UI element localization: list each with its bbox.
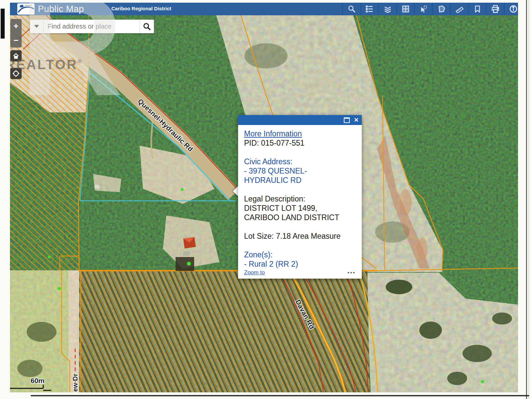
building-dark: [176, 257, 194, 271]
lot-size-value: Lot Size: 7.18 Area Measure: [244, 231, 356, 241]
more-options-button[interactable]: •••: [347, 269, 356, 276]
map-point-marker[interactable]: [181, 188, 184, 191]
tree-clump: [386, 280, 412, 294]
home-extent-button[interactable]: [10, 50, 22, 62]
light-patch: [301, 76, 337, 95]
tree-clump: [17, 360, 43, 377]
zones-label: Zone(s):: [244, 250, 356, 259]
toolbar-info-button[interactable]: [504, 3, 518, 15]
rust-patch: [417, 237, 428, 260]
legal-description-line2: CARIBOO LAND DISTRICT: [244, 213, 356, 222]
info-icon: [509, 5, 518, 13]
feature-info-popup: ✕ More Information PID: 015-077-551 Civi…: [238, 115, 362, 279]
measure-icon: [456, 5, 464, 13]
zoom-in-button[interactable]: +: [10, 19, 22, 33]
zoom-control: + −: [10, 19, 22, 48]
scan-artifact: [1, 9, 5, 39]
app-subtitle: Cariboo Regional District: [111, 3, 171, 15]
tree-clump: [492, 313, 512, 325]
pid-value: PID: 015-077-551: [244, 138, 356, 148]
app-header: Public Map Cariboo Regional District: [10, 3, 518, 15]
civic-address-line2: HYDRAULIC RD: [244, 176, 356, 185]
draw-shape-icon: [438, 5, 446, 13]
crd-logo: [17, 3, 35, 15]
select-cursor-icon: [420, 5, 428, 13]
locate-me-button[interactable]: [10, 68, 22, 79]
search-input[interactable]: [44, 20, 140, 33]
search-icon: [143, 23, 151, 31]
popup-body: More Information PID: 015-077-551 Civic …: [238, 125, 362, 279]
app-title: Public Map: [38, 3, 84, 15]
home-icon: [13, 53, 19, 59]
map-point-marker[interactable]: [48, 256, 51, 258]
scan-edge-line-2: [529, 0, 529, 399]
zone-value: - Rural 2 (RR 2): [244, 259, 356, 269]
toolbar-basemap-button[interactable]: [396, 3, 414, 15]
tree-clump: [447, 372, 467, 385]
scan-edge-line: [526, 0, 527, 399]
building: [183, 251, 190, 256]
toolbar-select-button[interactable]: [414, 3, 432, 15]
tree-clump: [27, 322, 57, 342]
zoom-out-button[interactable]: −: [10, 33, 22, 48]
search-bar: [30, 20, 154, 33]
tree-clump: [463, 345, 492, 362]
toolbar-search-button[interactable]: [342, 3, 360, 15]
maximize-icon[interactable]: [344, 117, 350, 123]
search-submit-button[interactable]: [140, 20, 154, 33]
legal-description-label: Legal Description:: [244, 194, 356, 203]
rust-patch: [400, 189, 412, 215]
toolbar-measure-button[interactable]: [450, 3, 468, 15]
toolbar: [342, 3, 518, 15]
bookmark-icon: [473, 5, 481, 13]
scan-bottom-line: [31, 395, 529, 396]
legend-list-icon: [366, 5, 374, 13]
map-point-marker[interactable]: [481, 380, 484, 383]
more-information-link[interactable]: More Information: [244, 129, 356, 138]
toolbar-layers-button[interactable]: [378, 3, 396, 15]
tree-clump: [419, 322, 442, 339]
search-icon: [348, 5, 356, 13]
toolbar-bookmark-button[interactable]: [468, 3, 486, 15]
map-point-marker[interactable]: [187, 262, 191, 266]
toolbar-legend-button[interactable]: [360, 3, 378, 15]
scalebar-label: 60m: [31, 377, 45, 384]
toolbar-draw-button[interactable]: [432, 3, 450, 15]
search-source-dropdown[interactable]: [30, 20, 44, 33]
legal-description-line1: DISTRICT LOT 1499,: [244, 203, 356, 213]
civic-address-label: Civic Address:: [244, 157, 356, 166]
civic-address-line1: - 3978 QUESNEL-: [244, 166, 356, 176]
road-label-ewdr: ew Dr: [71, 373, 79, 392]
map-viewport[interactable]: Quesnel-Hydraulic Rd Davan Rd ew Dr 60m: [10, 3, 518, 392]
zoom-to-link[interactable]: Zoom to: [244, 269, 265, 276]
close-icon[interactable]: ✕: [354, 117, 359, 123]
locate-icon: [12, 70, 20, 77]
building-red-roof: [183, 237, 196, 248]
popup-titlebar: ✕: [238, 115, 362, 125]
zoning-hatch-south: [79, 270, 370, 392]
map-point-marker[interactable]: [58, 287, 61, 290]
chevron-down-icon: [34, 25, 39, 28]
print-icon: [491, 5, 500, 13]
basemap-grid-icon: [402, 5, 410, 13]
scanned-page: Quesnel-Hydraulic Rd Davan Rd ew Dr 60m: [0, 0, 532, 399]
layers-icon: [384, 5, 392, 13]
toolbar-print-button[interactable]: [486, 3, 504, 15]
